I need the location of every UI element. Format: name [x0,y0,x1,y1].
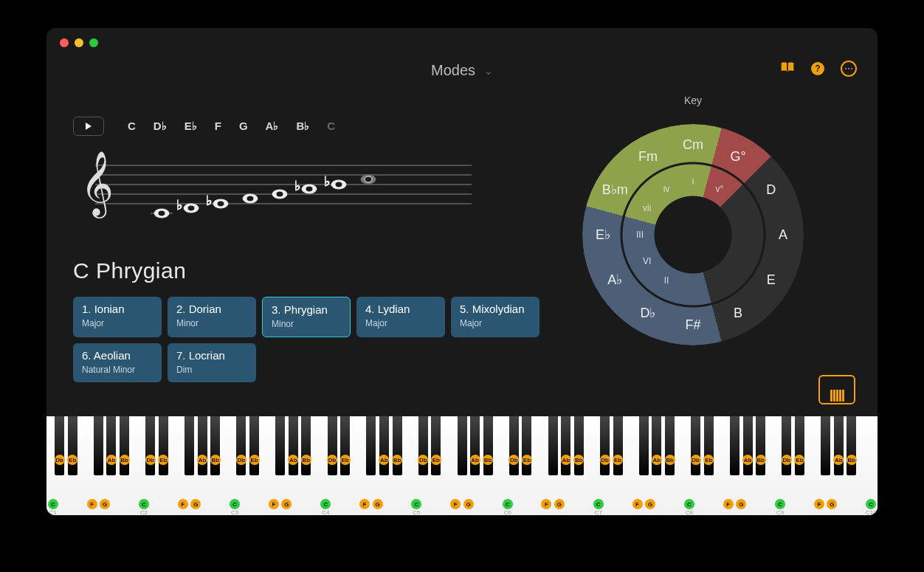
black-key[interactable] [600,416,610,475]
key-highlight: Bb [756,455,766,465]
black-key[interactable] [782,416,791,475]
wheel-chord-label[interactable]: A [779,227,787,243]
key-highlight: Ab [106,455,117,465]
piano-toggle-button[interactable] [818,375,855,404]
wheel-chord-label[interactable]: F# [685,317,700,333]
black-key[interactable] [145,416,155,475]
svg-text:♭: ♭ [206,193,212,208]
mode-card-title: 7. Locrian [176,349,247,362]
black-key[interactable] [185,416,194,475]
mode-card[interactable]: 7. LocrianDim [168,343,256,382]
black-key[interactable] [340,416,350,475]
black-key[interactable] [795,416,804,475]
wheel-degree-label[interactable]: II [664,275,669,286]
mode-card[interactable]: 5. MixolydianMajor [451,297,539,337]
black-key[interactable] [458,416,467,475]
black-key[interactable] [483,416,493,475]
black-key[interactable] [704,416,714,475]
wheel-chord-label[interactable]: E [767,272,776,288]
wheel-degree-label[interactable]: i [692,176,694,187]
maximize-button[interactable] [89,38,98,47]
black-key[interactable] [120,416,129,475]
black-key[interactable] [55,416,64,475]
black-key[interactable] [509,416,519,475]
wheel-degree-label[interactable]: VI [643,256,651,266]
octave-label: C6 [503,509,511,515]
black-key[interactable] [847,416,856,475]
key-wheel[interactable]: CmG°DAEBF#D♭A♭E♭B♭mFmiv°IIVIIIIviiiv [568,109,818,360]
mode-card[interactable]: 4. LydianMajor [356,297,445,337]
close-button[interactable] [60,38,69,47]
key-highlight: Db [145,455,156,465]
help-icon[interactable]: ? [811,62,824,75]
mode-card-title: 6. Aeolian [82,349,153,362]
wheel-chord-label[interactable]: B♭m [602,182,628,198]
svg-point-15 [217,201,224,207]
black-key[interactable] [418,416,428,475]
key-highlight: Db [236,455,246,465]
black-key[interactable] [821,416,830,475]
black-key[interactable] [613,416,623,475]
black-key[interactable] [756,416,765,475]
black-key[interactable] [236,416,246,475]
play-button[interactable] [73,117,104,136]
wheel-chord-label[interactable]: G° [730,149,745,165]
black-key[interactable] [393,416,402,475]
mode-card-title: 1. Ionian [82,303,153,315]
black-key[interactable] [431,416,441,475]
mode-card-subtitle: Dim [176,365,247,375]
black-key[interactable] [94,416,103,475]
black-key[interactable] [210,416,220,475]
wheel-degree-label[interactable]: III [636,230,644,240]
minimize-button[interactable] [75,38,83,47]
black-key[interactable] [639,416,649,475]
wheel-degree-label[interactable]: v° [716,184,724,194]
current-mode-title: C Phrygian [73,258,545,283]
mode-category-dropdown[interactable]: Modes ⌄ [46,62,878,79]
black-key[interactable] [106,416,116,475]
black-key[interactable] [249,416,259,475]
black-key[interactable] [289,416,298,475]
wheel-chord-label[interactable]: B [734,305,742,320]
black-key[interactable] [366,416,376,475]
key-highlight: C [411,499,421,509]
black-key[interactable] [834,416,844,475]
mode-card[interactable]: 2. DorianMinor [168,297,256,337]
black-key[interactable] [198,416,207,475]
black-key[interactable] [730,416,739,475]
wheel-chord-label[interactable]: Cm [683,137,703,153]
black-key[interactable] [328,416,337,475]
svg-text:𝄞: 𝄞 [80,151,114,219]
black-key[interactable] [68,416,77,475]
black-key[interactable] [275,416,285,475]
wheel-chord-label[interactable]: D♭ [641,305,656,321]
black-key[interactable] [470,416,480,475]
more-icon[interactable] [841,61,857,77]
black-key[interactable] [301,416,311,475]
black-key[interactable] [561,416,570,475]
black-key[interactable] [548,416,558,475]
octave-label: C8 [686,509,693,515]
black-key[interactable] [652,416,661,475]
piano-keyboard[interactable]: CC1DbEbFGAbBbCC2DbEbFGAbBbCC3DbEbFGAbBbC… [46,416,878,515]
key-highlight: Eb [340,455,351,465]
wheel-degree-label[interactable]: iv [663,184,670,194]
wheel-degree-label[interactable]: vii [643,203,651,213]
wheel-chord-label[interactable]: E♭ [596,227,610,243]
mode-card[interactable]: 3. PhrygianMinor [262,297,351,337]
black-key[interactable] [574,416,584,475]
black-key[interactable] [379,416,389,475]
wheel-chord-label[interactable]: A♭ [607,272,622,288]
wheel-chord-label[interactable]: Fm [638,149,658,165]
wheel-chord-label[interactable]: D [766,182,776,198]
black-key[interactable] [665,416,675,475]
key-highlight: F [723,499,734,509]
black-key[interactable] [743,416,753,475]
svg-point-19 [276,191,283,197]
mode-card[interactable]: 6. AeolianNatural Minor [73,343,162,382]
black-key[interactable] [522,416,531,475]
book-icon[interactable] [780,61,795,76]
black-key[interactable] [159,416,168,475]
mode-card[interactable]: 1. IonianMajor [73,297,162,337]
black-key[interactable] [691,416,700,475]
